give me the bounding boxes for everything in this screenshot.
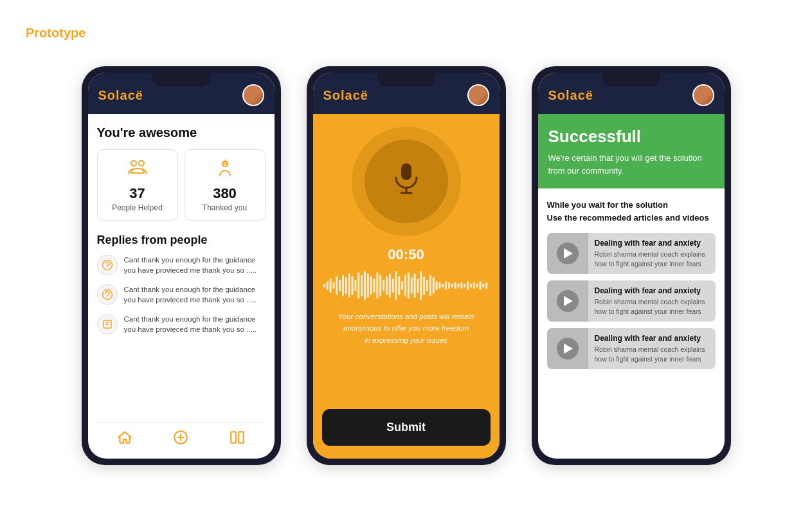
svg-rect-50 xyxy=(429,275,431,296)
avatar-3[interactable] xyxy=(692,84,714,106)
svg-rect-47 xyxy=(420,271,422,300)
article-thumb-1 xyxy=(547,233,588,274)
play-btn-1[interactable] xyxy=(557,242,579,264)
submit-button[interactable]: Submit xyxy=(322,409,491,446)
svg-rect-35 xyxy=(383,280,384,291)
avatar-2[interactable] xyxy=(467,84,489,106)
svg-rect-59 xyxy=(457,284,459,288)
svg-rect-37 xyxy=(388,274,390,298)
svg-rect-12 xyxy=(239,432,244,443)
play-btn-2[interactable] xyxy=(557,290,579,312)
microphone-icon[interactable] xyxy=(387,158,426,205)
svg-rect-16 xyxy=(323,284,325,288)
svg-rect-13 xyxy=(401,163,411,180)
notch-2 xyxy=(377,73,435,87)
nav-add-icon[interactable] xyxy=(172,429,189,450)
reply-icon-chat xyxy=(97,284,118,305)
svg-rect-31 xyxy=(370,276,372,295)
reply-3: Cant thank you enough for the guidance y… xyxy=(97,314,266,334)
notch-1 xyxy=(152,73,210,87)
stat-people-helped: 37 People Helped xyxy=(97,149,178,221)
article-thumb-3 xyxy=(547,328,588,369)
svg-rect-62 xyxy=(467,281,469,290)
svg-rect-57 xyxy=(451,284,453,288)
svg-rect-11 xyxy=(231,432,236,443)
svg-rect-25 xyxy=(351,276,353,295)
article-card-2[interactable]: Dealing with fear and anxiety Robin shar… xyxy=(547,280,716,322)
svg-rect-24 xyxy=(348,274,350,298)
wait-section: While you wait for the solution Use the … xyxy=(538,188,725,382)
bottom-nav xyxy=(97,422,266,459)
logo-1: Solacë xyxy=(98,88,143,103)
avatar-1[interactable] xyxy=(242,84,264,106)
svg-rect-49 xyxy=(426,280,428,291)
success-banner: Successfull We're certain that you will … xyxy=(538,114,725,188)
svg-rect-20 xyxy=(336,276,338,295)
svg-rect-45 xyxy=(413,274,415,298)
page-title: Prototype xyxy=(26,26,786,41)
svg-rect-60 xyxy=(460,282,462,289)
article-title-1: Dealing with fear and anxiety xyxy=(595,239,709,248)
svg-rect-44 xyxy=(410,277,412,293)
stat-label-thanked: Thanked you xyxy=(203,203,247,212)
timer: 00:50 xyxy=(388,246,424,263)
article-card-1[interactable]: Dealing with fear and anxiety Robin shar… xyxy=(547,233,716,274)
article-thumb-2 xyxy=(547,280,588,322)
article-card-3[interactable]: Dealing with fear and anxiety Robin shar… xyxy=(547,328,716,369)
svg-rect-68 xyxy=(485,282,487,289)
article-desc-1: Robin sharma mental coach explains how t… xyxy=(595,250,709,268)
svg-rect-56 xyxy=(448,282,450,289)
waveform xyxy=(322,270,491,300)
article-info-2: Dealing with fear and anxiety Robin shar… xyxy=(588,281,716,321)
stat-number-thanked: 380 xyxy=(213,185,237,202)
article-desc-2: Robin sharma mental coach explains how t… xyxy=(595,297,709,316)
svg-rect-39 xyxy=(395,271,397,300)
stat-label-people: People Helped xyxy=(112,203,163,212)
notch-3 xyxy=(602,73,660,87)
stat-number-people: 37 xyxy=(129,185,145,202)
svg-rect-23 xyxy=(345,277,347,293)
logo-2: Solacë xyxy=(323,88,368,103)
reply-text-3: Cant thank you enough for the guidance y… xyxy=(124,314,266,334)
svg-rect-28 xyxy=(361,275,363,296)
screen-1: Solacë You're awesome xyxy=(88,73,275,459)
svg-rect-22 xyxy=(342,275,344,296)
svg-rect-5 xyxy=(104,320,111,328)
svg-rect-52 xyxy=(435,281,437,290)
svg-rect-48 xyxy=(423,276,425,295)
nav-home-icon[interactable] xyxy=(116,429,133,450)
nav-books-icon[interactable] xyxy=(229,429,246,450)
reply-1: Cant thank you enough for the guidance y… xyxy=(97,255,266,275)
reply-icon-book xyxy=(97,314,118,334)
article-title-3: Dealing with fear and anxiety xyxy=(595,334,709,343)
svg-rect-27 xyxy=(357,273,359,299)
svg-rect-42 xyxy=(404,275,406,296)
success-title: Successfull xyxy=(548,127,714,147)
svg-rect-21 xyxy=(339,280,341,291)
svg-rect-46 xyxy=(417,279,419,292)
reply-2: Cant thank you enough for the guidance y… xyxy=(97,284,266,305)
svg-rect-65 xyxy=(476,284,478,288)
svg-rect-29 xyxy=(364,271,366,300)
play-btn-3[interactable] xyxy=(557,338,579,360)
screen3-body: Successfull We're certain that you will … xyxy=(538,114,725,459)
hero-title: You're awesome xyxy=(97,125,266,140)
reply-icon-phone xyxy=(97,255,118,275)
svg-rect-19 xyxy=(332,282,334,289)
svg-rect-53 xyxy=(438,282,440,289)
svg-rect-34 xyxy=(379,275,381,296)
screen1-body: You're awesome 37 xyxy=(88,114,275,459)
svg-rect-54 xyxy=(442,284,444,288)
svg-rect-41 xyxy=(401,281,403,290)
success-subtitle: We're certain that you will get the solu… xyxy=(548,152,714,177)
phone-2: Solacë xyxy=(307,66,506,465)
svg-rect-58 xyxy=(454,282,456,289)
play-icon-2 xyxy=(564,296,573,306)
article-desc-3: Robin sharma mental coach explains how t… xyxy=(595,345,709,363)
logo-3: Solacë xyxy=(548,88,593,103)
article-title-2: Dealing with fear and anxiety xyxy=(595,286,709,295)
stat-thanked: 380 Thanked you xyxy=(185,149,266,221)
svg-rect-18 xyxy=(329,279,331,292)
thanks-icon xyxy=(215,158,235,183)
svg-rect-32 xyxy=(373,279,375,292)
